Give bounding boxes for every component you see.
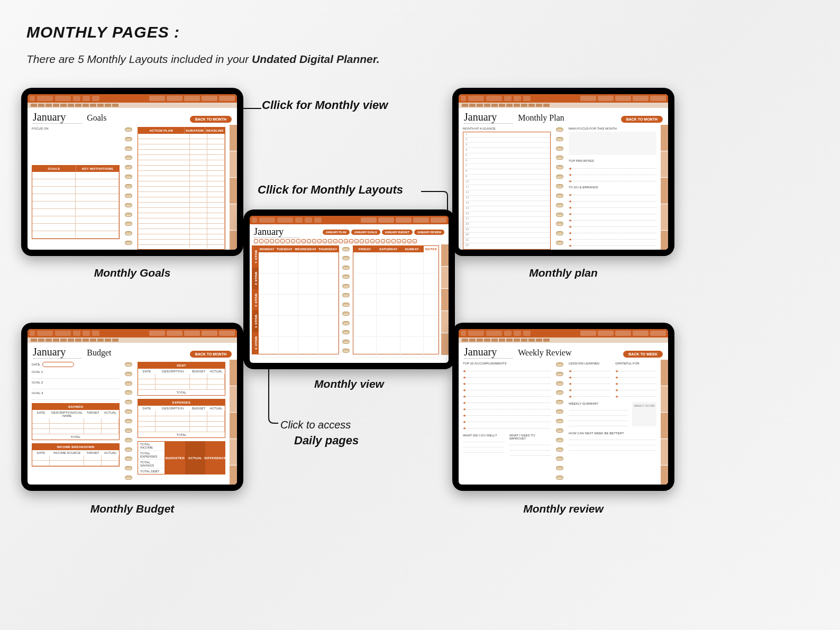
day-col: SATURDAY: [377, 246, 400, 252]
day-col: MONDAY: [259, 246, 276, 252]
caption-review: Monthly review: [452, 503, 674, 515]
layout-title: Weekly Review: [518, 348, 571, 358]
col-actual: ACTUAL: [185, 441, 205, 474]
total-income: TOTAL INCOME: [138, 442, 165, 450]
month-title: January: [33, 346, 81, 359]
annot-monthly-view: Cllick for Monthly view: [262, 98, 388, 112]
debt-rows[interactable]: [138, 374, 225, 390]
week-tab[interactable]: WEEK 1: [252, 246, 259, 268]
week-tab[interactable]: WEEK 3: [252, 289, 259, 311]
subtitle: There are 5 Monthly Layouts included in …: [26, 53, 380, 66]
total-savings: TOTAL SAVINGS: [138, 459, 165, 468]
planner-topnav[interactable]: [459, 94, 668, 103]
expenses-rows[interactable]: [138, 411, 225, 432]
planner-topnav[interactable]: [250, 216, 449, 224]
day-dots[interactable]: 1234567891011121314151617181920212223242…: [250, 238, 449, 244]
month-title: January: [464, 346, 513, 359]
back-to-week-button[interactable]: BACK TO WEEK: [623, 351, 663, 358]
total-label: TOTAL: [138, 432, 225, 437]
total-label: TOTAL: [32, 434, 119, 440]
tablet-monthly-budget: January Budget BACK TO MONTH DATE GOAL 1…: [21, 323, 243, 491]
label-main-focus: MAIN FOCUS FOR THIS MONTH: [569, 127, 656, 130]
caption-budget: Monthly Budget: [21, 503, 243, 515]
debt-header: DEBT: [138, 362, 225, 369]
month-title: January: [464, 111, 513, 124]
total-debt: TOTAL DEBT: [138, 468, 165, 474]
layout-title: Monthly Plan: [518, 113, 564, 123]
col-motivation: KEY MOTIVATIONS: [76, 166, 119, 172]
annot-daily-a: Click to access: [280, 419, 351, 431]
income-rows[interactable]: [32, 455, 119, 466]
annot-monthly-layouts: Cllick for Monthly Layouts: [258, 183, 403, 197]
col-duration: DURATION: [184, 127, 205, 134]
date-field[interactable]: [42, 362, 74, 367]
week-tab[interactable]: WEEK 2: [252, 268, 259, 289]
planner-topnav[interactable]: [459, 329, 668, 337]
glance-list[interactable]: 12345678910111213141516171819202122: [463, 132, 551, 250]
notes-col: NOTES: [424, 246, 439, 252]
lessons-list[interactable]: ★★★★★: [569, 365, 610, 397]
day-col: WEDNESDAY: [294, 246, 317, 252]
month-title: January: [254, 226, 299, 238]
accomplishments-list[interactable]: ★★★★★★★★★★: [463, 365, 551, 428]
arrow-icon: [258, 360, 279, 428]
layout-title: Budget: [87, 348, 111, 358]
month-strip[interactable]: [459, 103, 668, 108]
total-label: TOTAL: [138, 390, 225, 395]
caption-goals: Monthly Goals: [21, 267, 243, 279]
income-header: INCOME BREAKDOWN: [32, 444, 119, 450]
label-month-glance: MONTH AT A GLANCE: [463, 127, 551, 130]
day-col: TUESDAY: [276, 246, 294, 252]
action-plan-rows[interactable]: [138, 134, 225, 250]
col-action-plan: ACTION PLAN: [138, 127, 184, 134]
priorities-list[interactable]: ★★★: [569, 162, 656, 181]
planner-topnav[interactable]: [28, 329, 237, 337]
label-improve: WHAT I NEED TO IMPROVE?: [509, 434, 551, 440]
col-goals: GOALS: [32, 166, 76, 172]
week-tab[interactable]: WEEK 5: [252, 332, 259, 354]
col-difference: DIFFERENCE: [205, 441, 225, 474]
back-to-month-button[interactable]: BACK TO MONTH: [190, 351, 232, 358]
back-to-month-button[interactable]: BACK TO MONTH: [190, 116, 232, 123]
total-expenses: TOTAL EXPENSES: [138, 450, 165, 459]
month-strip[interactable]: [28, 337, 237, 343]
tablet-monthly-plan: January Monthly Plan BACK TO MONTH MONTH…: [452, 88, 674, 256]
tablet-monthly-view: January JANUARY PLAN JANUARY GOALS JANUA…: [243, 209, 455, 369]
calendar-grid-left[interactable]: [259, 252, 339, 358]
month-strip[interactable]: [459, 337, 668, 343]
calendar-grid-right[interactable]: [353, 252, 439, 358]
col-budgeted: BUDGETED: [165, 441, 185, 474]
savings-rows[interactable]: [32, 418, 119, 434]
tablet-monthly-review: January Weekly Review BACK TO WEEK TOP 1…: [452, 323, 674, 491]
col-deadline: DEADLINE: [205, 127, 225, 134]
annot-daily-b: Daily pages: [294, 434, 359, 448]
expenses-header: EXPENSES: [138, 399, 225, 406]
todo-list[interactable]: ★★★★★★★★★★: [569, 189, 656, 250]
back-to-month-button[interactable]: BACK TO MONTH: [621, 116, 663, 123]
day-col: THURSDAY: [317, 246, 338, 252]
layout-tabs[interactable]: JANUARY PLAN JANUARY GOALS JANUARY BUDGE…: [323, 230, 444, 235]
week-tab[interactable]: WEEK 4: [252, 311, 259, 332]
month-strip[interactable]: [28, 103, 237, 108]
layout-title: Goals: [87, 113, 106, 123]
day-col: FRIDAY: [353, 246, 377, 252]
page-title: MONTHLY PAGES :: [26, 23, 380, 41]
tablet-monthly-goals: January Goals BACK TO MONTH FOCUS ON GOA…: [21, 88, 243, 256]
goals-rows[interactable]: [32, 172, 119, 239]
focus-box[interactable]: [569, 132, 656, 155]
month-title: January: [33, 111, 81, 124]
label-date: DATE: [32, 363, 40, 366]
day-col: SUNDAY: [400, 246, 424, 252]
savings-header: SAVINGS: [32, 404, 119, 410]
planner-topnav[interactable]: [28, 94, 237, 103]
caption-view: Monthly view: [243, 378, 455, 390]
weekly-score-box[interactable]: WEEKLY SCORE: [632, 402, 656, 426]
caption-plan: Monthly plan: [452, 267, 674, 279]
grateful-list[interactable]: ★★★★★: [615, 365, 656, 397]
